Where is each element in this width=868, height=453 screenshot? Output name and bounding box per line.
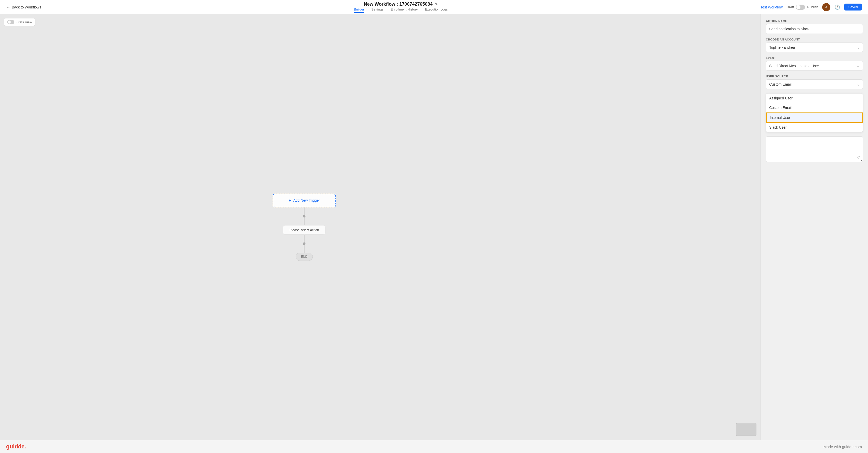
event-select-wrapper: Send Direct Message to a User: [766, 61, 863, 71]
event-label: EVENT: [766, 56, 863, 59]
action-node-label: Please select action: [289, 228, 319, 232]
back-to-workflows-button[interactable]: ← Back to Workflows: [6, 5, 41, 9]
right-panel: ACTION NAME CHOOSE AN ACCOUNT Topline - …: [761, 15, 868, 440]
draft-label: Draft: [786, 5, 794, 9]
edit-title-icon[interactable]: ✎: [435, 2, 438, 6]
plus-icon: +: [288, 198, 291, 203]
event-select[interactable]: Send Direct Message to a User: [766, 61, 863, 71]
stats-toggle-switch[interactable]: [7, 20, 14, 24]
clock-icon[interactable]: 🕐: [835, 4, 840, 10]
connector-line-4: [304, 245, 305, 253]
guidde-logo: guidde.: [6, 443, 26, 450]
workflow-area: + Add New Trigger Please select action E…: [273, 194, 336, 261]
minimap: [736, 423, 756, 436]
test-workflow-button[interactable]: Test Workflow: [760, 5, 782, 9]
canvas-toolbar: Stats View: [4, 19, 35, 26]
action-name-section: ACTION NAME: [766, 20, 863, 34]
user-source-label: USER SOURCE: [766, 75, 863, 78]
avatar[interactable]: A: [822, 3, 830, 11]
tab-builder[interactable]: Builder: [354, 7, 364, 13]
connector-dot-2: [303, 243, 306, 245]
add-trigger-label: Add New Trigger: [293, 198, 320, 202]
action-name-input[interactable]: [766, 24, 863, 34]
tab-settings[interactable]: Settings: [371, 7, 383, 13]
canvas[interactable]: Stats View + Add New Trigger Please sele…: [0, 15, 761, 440]
header-right: Test Workflow Draft Publish A 🕐 Saved: [760, 3, 862, 11]
user-source-value: Custom Email: [769, 82, 792, 86]
stats-view-label: Stats View: [17, 20, 32, 24]
draft-toggle-area: Draft Publish: [786, 5, 818, 10]
choose-account-value: Topline - andrea: [769, 45, 795, 50]
saved-button[interactable]: Saved: [844, 4, 862, 10]
end-node-label: END: [301, 255, 307, 258]
action-name-label: ACTION NAME: [766, 20, 863, 23]
action-node[interactable]: Please select action: [283, 225, 326, 235]
dropdown-item-assigned-user-label: Assigned User: [769, 96, 793, 100]
stats-view-toggle[interactable]: Stats View: [4, 19, 35, 26]
choose-account-select[interactable]: Topline - andrea: [766, 43, 863, 52]
textarea-icon: ◇: [857, 154, 860, 159]
connector-line-3: [304, 235, 305, 243]
back-label: Back to Workflows: [12, 5, 41, 9]
choose-account-label: CHOOSE AN ACCOUNT: [766, 38, 863, 41]
workflow-title-text: New Workflow : 1706742765084: [364, 2, 433, 7]
dropdown-item-assigned-user[interactable]: Assigned User: [766, 93, 863, 103]
dropdown-item-slack-user[interactable]: Slack User: [766, 123, 863, 132]
header-center: New Workflow : 1706742765084 ✎ Builder S…: [41, 2, 761, 13]
header: ← Back to Workflows New Workflow : 17067…: [0, 0, 868, 15]
event-value: Send Direct Message to a User: [769, 64, 819, 68]
end-node: END: [296, 253, 313, 261]
event-section: EVENT Send Direct Message to a User: [766, 56, 863, 71]
connector-line-1: [304, 207, 305, 215]
user-source-select-wrapper: Custom Email: [766, 79, 863, 89]
footer: guidde. Made with guidde.com: [0, 440, 868, 453]
header-tabs: Builder Settings Enrollment History Exec…: [354, 7, 448, 13]
main-content: Stats View + Add New Trigger Please sele…: [0, 15, 868, 440]
tab-enrollment-history[interactable]: Enrollment History: [391, 7, 417, 13]
publish-label: Publish: [807, 5, 818, 9]
choose-account-section: CHOOSE AN ACCOUNT Topline - andrea: [766, 38, 863, 52]
message-textarea-section: ◇: [766, 136, 863, 162]
user-source-select[interactable]: Custom Email: [766, 79, 863, 89]
message-textarea[interactable]: [766, 136, 863, 162]
back-arrow-icon: ←: [6, 5, 10, 9]
user-source-section: USER SOURCE Custom Email: [766, 75, 863, 89]
add-trigger-button[interactable]: + Add New Trigger: [273, 194, 336, 207]
workflow-title: New Workflow : 1706742765084 ✎: [364, 2, 438, 7]
tab-execution-logs[interactable]: Execution Logs: [425, 7, 448, 13]
user-source-dropdown-list: Assigned User Custom Email Internal User…: [766, 93, 863, 132]
footer-made-with: Made with guidde.com: [824, 445, 862, 449]
connector-line-2: [304, 218, 305, 225]
dropdown-item-custom-email-label: Custom Email: [769, 106, 792, 110]
dropdown-item-internal-user[interactable]: Internal User: [766, 112, 863, 123]
connector-dot-1: [303, 215, 306, 218]
dropdown-item-custom-email[interactable]: Custom Email: [766, 103, 863, 112]
draft-toggle[interactable]: [796, 5, 805, 10]
choose-account-select-wrapper: Topline - andrea: [766, 43, 863, 52]
dropdown-item-slack-user-label: Slack User: [769, 125, 786, 130]
dropdown-item-internal-user-label: Internal User: [770, 116, 790, 120]
